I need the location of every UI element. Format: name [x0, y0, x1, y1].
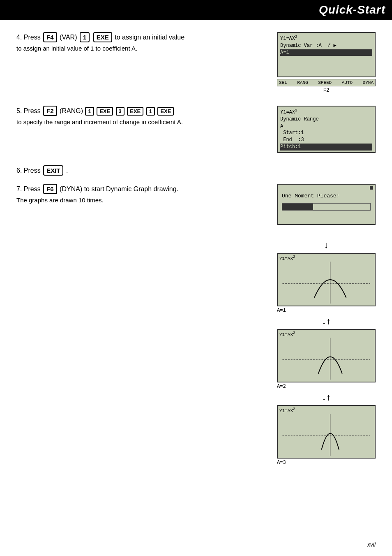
lcd-bar-sel: SEL — [279, 80, 287, 85]
step-6-row: 6. Press EXIT . — [16, 165, 376, 176]
arrow-down-1: ↓ — [277, 240, 376, 250]
key-3: 3 — [116, 107, 125, 116]
step-5-row: 5. Press F2 (RANG) 1 EXE 3 EXE 1 EXE to … — [16, 106, 376, 153]
lcd-screen-5: Y1=AX2 Dynamic Range A Start:1 End :3 Pi… — [277, 106, 376, 153]
step-7-screen: One Moment Please! — [277, 184, 376, 225]
step-7-label: 7. Press — [16, 185, 42, 192]
lcd-line-4-2: A=1 — [280, 49, 372, 56]
page-title: Quick-Start — [319, 3, 385, 16]
arrow-down-up-1: ↓↑ — [277, 316, 376, 327]
lcd-line-4-3 — [280, 56, 372, 63]
lcd-line-4-0: Y1=AX2 — [280, 35, 372, 42]
graph-svg-1 — [278, 254, 375, 306]
step-4-text: 4. Press F4 (VAR) 1 EXE to assign an ini… — [16, 32, 277, 53]
lcd-line-4-4 — [280, 63, 372, 70]
arrow-down-up-2: ↓↑ — [277, 392, 376, 403]
step-6-text: 6. Press EXIT . — [16, 165, 376, 176]
graph-canvas-2: Y1=AX2 — [277, 329, 376, 382]
graph-svg-3 — [278, 406, 375, 458]
lcd-line-5-2: A — [280, 123, 372, 130]
step-6-label: 6. Press — [16, 167, 42, 174]
graph-screen-2: Y1=AX2 A=2 — [277, 329, 376, 389]
moment-text: One Moment Please! — [282, 193, 371, 199]
step-4-label: 4. Press — [16, 34, 42, 41]
graph-label-3: A=3 — [277, 460, 376, 466]
lcd-bar-rang: RANG — [297, 80, 308, 85]
lcd-bar-speed: SPEED — [318, 80, 332, 85]
lcd-line-5-0: Y1=AX2 — [280, 108, 372, 116]
key-1c: 1 — [146, 107, 155, 116]
graph-canvas-3: Y1=AX2 — [277, 405, 376, 459]
graph-screen-1: Y1=AX2 A=1 — [277, 253, 376, 313]
lcd-line-4-1: Dynamic Var :A / ▶ — [280, 42, 372, 49]
progress-bar-container — [282, 203, 371, 211]
step-7-text: 7. Press F6 (DYNA) to start Dynamic Grap… — [16, 184, 277, 205]
step-5-label: 5. Press — [16, 107, 42, 114]
key-f2: F2 — [43, 106, 57, 116]
graph-label-1: A=1 — [277, 308, 376, 313]
lcd-screen-4: Y1=AX2 Dynamic Var :A / ▶ A=1 — [277, 32, 376, 77]
moment-screen: One Moment Please! — [277, 184, 376, 225]
header: Quick-Start — [0, 0, 392, 20]
lcd-bar-auto: AUTO — [342, 80, 353, 85]
graph-screen-3: Y1=AX2 A=3 — [277, 405, 376, 466]
key-1b: 1 — [85, 107, 94, 116]
step-5-desc: to specify the range and increment of ch… — [16, 118, 269, 127]
progress-bar-fill — [282, 204, 313, 210]
graph-title-3: Y1=AX2 — [279, 407, 295, 413]
step-4-screen: Y1=AX2 Dynamic Var :A / ▶ A=1 SEL RANG S… — [277, 32, 376, 93]
key-exe-a: EXE — [93, 32, 112, 42]
corner-square — [370, 186, 373, 190]
lcd-line-5-1: Dynamic Range — [280, 116, 372, 123]
key-exit: EXIT — [43, 165, 63, 176]
graph-label-2: A=2 — [277, 384, 376, 389]
step-5-rang: (RANG) — [60, 107, 85, 114]
step-7-dyna: (DYNA) to start Dynamic Graph drawing. — [60, 185, 178, 192]
step-7-desc: The graphs are drawn 10 times. — [16, 196, 269, 205]
key-1a: 1 — [80, 32, 90, 42]
lcd-bottom-bar-4: SEL RANG SPEED AUTO DYNA — [277, 79, 376, 86]
lcd-bottom-label-4: F2 — [277, 88, 376, 93]
key-f4: F4 — [43, 32, 57, 42]
key-exe-b: EXE — [97, 107, 113, 116]
step-4-desc: to assign an initial value of 1 to coeff… — [16, 44, 269, 53]
page-number: xvii — [367, 541, 376, 548]
footer-page: xvii — [367, 541, 376, 548]
step-5-text: 5. Press F2 (RANG) 1 EXE 3 EXE 1 EXE to … — [16, 106, 277, 127]
graph-title-1: Y1=AX2 — [279, 255, 295, 261]
step-4-suffix: to assign an initial value — [115, 34, 184, 41]
step-4-row: 4. Press F4 (VAR) 1 EXE to assign an ini… — [16, 32, 376, 93]
lcd-line-5-3: Start:1 — [280, 130, 372, 137]
graph-canvas-1: Y1=AX2 — [277, 253, 376, 306]
step-4-var: (VAR) — [60, 34, 79, 41]
step-5-screen: Y1=AX2 Dynamic Range A Start:1 End :3 Pi… — [277, 106, 376, 153]
lcd-line-5-4: End :3 — [280, 137, 372, 144]
graph-svg-2 — [278, 330, 375, 382]
lcd-line-5-5: Pitch:1 — [280, 144, 372, 151]
step-7-row: 7. Press F6 (DYNA) to start Dynamic Grap… — [16, 184, 376, 225]
key-exe-c: EXE — [127, 107, 143, 116]
graph-title-2: Y1=AX2 — [279, 331, 295, 337]
lcd-bar-dyna: DYNA — [363, 80, 374, 85]
step-6-period: . — [66, 167, 68, 174]
key-exe-d: EXE — [157, 107, 174, 116]
key-f6: F6 — [43, 184, 57, 194]
